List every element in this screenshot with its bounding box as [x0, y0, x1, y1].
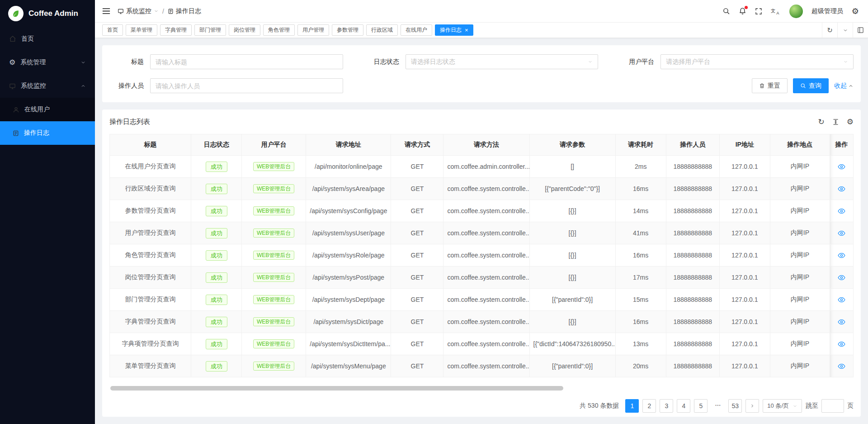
- reset-button[interactable]: 重置: [752, 78, 788, 93]
- cell-status: 成功: [191, 333, 242, 355]
- cell-handler: com.coffee.system.controlle...: [443, 289, 529, 311]
- breadcrumb-item-system-monitor[interactable]: 系统监控: [118, 7, 159, 15]
- query-button[interactable]: 查询: [793, 78, 829, 93]
- tab-部门管理[interactable]: 部门管理: [194, 24, 226, 36]
- fullscreen-icon[interactable]: [755, 8, 762, 15]
- row-height-icon[interactable]: [832, 119, 839, 125]
- page-button-5[interactable]: 5: [694, 399, 708, 413]
- cell-url: /api/system/sysRole/page: [306, 244, 391, 267]
- cell-action: [830, 178, 853, 200]
- breadcrumb-label: 系统监控: [126, 7, 151, 15]
- tab-角色管理[interactable]: 角色管理: [263, 24, 295, 36]
- page-size-select[interactable]: 10 条/页: [763, 399, 802, 413]
- cell-params: []: [529, 156, 615, 178]
- view-eye-icon[interactable]: [838, 318, 845, 326]
- sidebar-item-operation-log[interactable]: 操作日志: [0, 121, 95, 145]
- cell-platform: WEB管理后台: [242, 355, 306, 377]
- tab-行政区域[interactable]: 行政区域: [366, 24, 398, 36]
- view-eye-icon[interactable]: [838, 362, 845, 370]
- cell-location: 内网IP: [770, 311, 830, 333]
- sidebar-item-system-monitor[interactable]: 系统监控: [0, 74, 95, 98]
- page-ellipsis[interactable]: •••: [711, 399, 725, 413]
- collapse-button[interactable]: 收起: [834, 82, 854, 90]
- cell-params: [{}]: [529, 267, 615, 289]
- trash-icon: [759, 83, 765, 89]
- tabs-refresh-icon[interactable]: ↻: [822, 23, 837, 38]
- page-button-53[interactable]: 53: [728, 399, 742, 413]
- table-row: 在线用户分页查询成功WEB管理后台/api/monitor/online/pag…: [110, 156, 854, 178]
- sidebar-item-online-users[interactable]: 在线用户: [0, 98, 95, 121]
- cell-url: /api/system/sysUser/page: [306, 222, 391, 244]
- cell-status: 成功: [191, 355, 242, 377]
- notification-bell-icon[interactable]: [739, 7, 746, 15]
- app-logo[interactable]: Coffee Admin: [0, 0, 95, 27]
- translate-icon[interactable]: 文A: [771, 7, 781, 15]
- view-eye-icon[interactable]: [838, 185, 845, 193]
- cell-status: 成功: [191, 244, 242, 267]
- tab-用户管理[interactable]: 用户管理: [297, 24, 329, 36]
- settings-gear-icon[interactable]: ⚙: [852, 7, 859, 15]
- tab-label: 用户管理: [302, 26, 324, 34]
- tab-close-icon[interactable]: ×: [465, 27, 468, 33]
- operator-label: 操作人员: [109, 82, 144, 90]
- view-eye-icon[interactable]: [838, 274, 845, 281]
- search-icon[interactable]: [722, 7, 730, 15]
- column-settings-gear-icon[interactable]: ⚙: [847, 118, 854, 126]
- breadcrumb: 系统监控 / 操作日志: [118, 7, 201, 15]
- page-button-4[interactable]: 4: [677, 399, 690, 413]
- sidebar-item-home[interactable]: 首页: [0, 27, 95, 51]
- next-page-button[interactable]: [745, 399, 759, 413]
- jump-page-input[interactable]: [821, 399, 844, 413]
- cell-ip: 127.0.0.1: [719, 311, 770, 333]
- view-eye-icon[interactable]: [838, 229, 845, 237]
- page-button-1[interactable]: 1: [625, 399, 639, 413]
- tab-首页[interactable]: 首页: [102, 24, 123, 36]
- tabs-layout-icon[interactable]: [853, 23, 868, 38]
- cell-ip: 127.0.0.1: [719, 178, 770, 200]
- status-badge: 成功: [206, 228, 227, 238]
- page-button-3[interactable]: 3: [660, 399, 673, 413]
- avatar[interactable]: [789, 5, 803, 18]
- view-eye-icon[interactable]: [838, 163, 845, 171]
- view-eye-icon[interactable]: [838, 296, 845, 304]
- tab-字典管理[interactable]: 字典管理: [160, 24, 192, 36]
- cell-status: 成功: [191, 178, 242, 200]
- page-button-2[interactable]: 2: [642, 399, 656, 413]
- cell-url: /api/system/sysDept/page: [306, 289, 391, 311]
- tab-在线用户[interactable]: 在线用户: [401, 24, 432, 36]
- view-eye-icon[interactable]: [838, 340, 845, 348]
- horizontal-scrollbar-thumb[interactable]: [110, 386, 563, 391]
- column-header-请求地址: 请求地址: [306, 134, 391, 156]
- table-wrap: 标题日志状态用户平台请求地址请求方式请求方法请求参数请求耗时操作人员IP地址操作…: [109, 134, 854, 377]
- cell-ip: 127.0.0.1: [719, 244, 770, 267]
- view-eye-icon[interactable]: [838, 252, 845, 259]
- tab-岗位管理[interactable]: 岗位管理: [229, 24, 260, 36]
- column-header-请求参数: 请求参数: [529, 134, 615, 156]
- platform-badge: WEB管理后台: [253, 229, 294, 238]
- cell-params: [{"parentCode":"0"}]: [529, 178, 615, 200]
- status-select[interactable]: 请选择日志状态: [406, 54, 599, 69]
- column-header-用户平台: 用户平台: [242, 134, 306, 156]
- tab-list: 首页菜单管理字典管理部门管理岗位管理角色管理用户管理参数管理行政区域在线用户操作…: [95, 24, 822, 36]
- tab-参数管理[interactable]: 参数管理: [332, 24, 363, 36]
- tabs-dropdown-icon[interactable]: [837, 23, 853, 38]
- refresh-icon[interactable]: ↻: [818, 118, 825, 126]
- sidebar-item-system-management[interactable]: ⚙ 系统管理: [0, 51, 95, 74]
- cell-title: 用户管理分页查询: [110, 222, 191, 244]
- platform-badge: WEB管理后台: [253, 273, 294, 282]
- platform-select-placeholder: 请选择用户平台: [666, 58, 710, 66]
- tab-操作日志[interactable]: 操作日志×: [435, 24, 473, 36]
- column-header-日志状态: 日志状态: [191, 134, 242, 156]
- sidebar-item-label: 系统管理: [20, 58, 46, 67]
- monitor-icon: [9, 83, 16, 90]
- collapse-sidebar-button[interactable]: [102, 8, 110, 14]
- tab-菜单管理[interactable]: 菜单管理: [126, 24, 157, 36]
- operator-input[interactable]: [150, 78, 343, 93]
- platform-select[interactable]: 请选择用户平台: [660, 54, 854, 69]
- username: 超级管理员: [811, 7, 843, 15]
- view-eye-icon[interactable]: [838, 207, 845, 215]
- cell-status: 成功: [191, 289, 242, 311]
- home-icon: [9, 35, 16, 43]
- title-input[interactable]: [150, 54, 343, 69]
- cell-ip: 127.0.0.1: [719, 355, 770, 377]
